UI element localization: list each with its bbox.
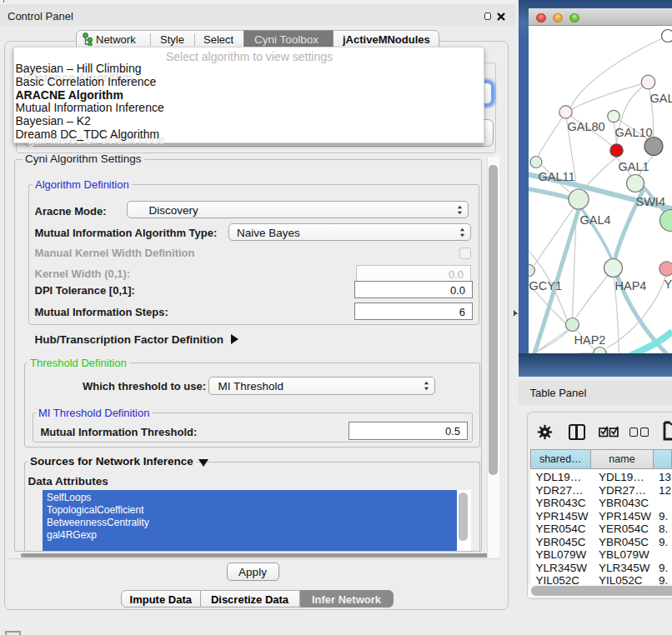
svg-text:GAL80: GAL80 <box>567 119 604 132</box>
svg-text:GAL11: GAL11 <box>538 169 574 182</box>
svg-text:GCY1: GCY1 <box>529 278 562 292</box>
svg-text:GAL1: GAL1 <box>618 159 649 172</box>
svg-text:GAL10: GAL10 <box>614 125 652 138</box>
svg-text:Y: Y <box>664 277 672 290</box>
svg-text:HAP4: HAP4 <box>614 278 646 292</box>
svg-text:HAP2: HAP2 <box>574 332 605 346</box>
svg-text:GAL4: GAL4 <box>579 212 610 226</box>
svg-text:GAL7: GAL7 <box>649 91 672 104</box>
svg-text:SWI4: SWI4 <box>635 194 664 208</box>
